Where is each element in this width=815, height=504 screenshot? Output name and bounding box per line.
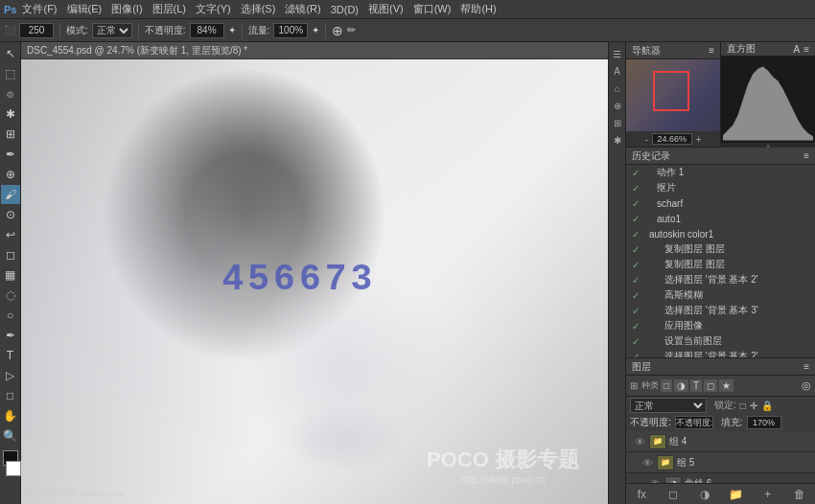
- nav-zoom-in[interactable]: +: [696, 134, 702, 145]
- marquee-tool[interactable]: ⬚: [1, 64, 20, 83]
- lock-all-icon[interactable]: 🔒: [761, 401, 773, 411]
- history-menu-icon[interactable]: ≡: [803, 150, 809, 161]
- navigator-menu-icon[interactable]: ≡: [709, 45, 714, 56]
- crop-tool[interactable]: ⊞: [1, 125, 20, 144]
- nav-zoom-out[interactable]: -: [644, 134, 647, 145]
- add-adjustment-btn[interactable]: ◑: [696, 487, 713, 502]
- menu-3d[interactable]: 3D(D): [331, 4, 359, 15]
- quick-select-tool[interactable]: ✱: [1, 104, 20, 124]
- history-item[interactable]: ✓auto1: [626, 211, 815, 226]
- lasso-tool[interactable]: ⌾: [1, 84, 20, 103]
- history-item-label: 高斯模糊: [664, 288, 703, 302]
- gradient-tool[interactable]: ▦: [1, 265, 20, 285]
- delete-layer-btn[interactable]: 🗑: [791, 487, 808, 502]
- history-item[interactable]: ✓抠片: [626, 180, 815, 195]
- heal-tool[interactable]: ⊕: [1, 165, 20, 184]
- history-item[interactable]: ✓autoskin color1: [626, 226, 815, 241]
- history-item[interactable]: ✓选择图层 '背景 基本 2': [626, 272, 815, 287]
- fill-value[interactable]: 170%: [747, 416, 781, 429]
- mini-btn-6[interactable]: ✱: [610, 132, 625, 148]
- text-tool[interactable]: T: [1, 346, 20, 365]
- history-check-icon: ✓: [632, 336, 641, 347]
- layer-filter-text[interactable]: T: [690, 379, 702, 392]
- history-panel: 历史记录 ≡ ✓动作 1✓抠片✓scharf✓auto1✓autoskin co…: [626, 148, 815, 358]
- add-group-btn[interactable]: 📁: [728, 487, 745, 502]
- eyedropper-tool[interactable]: ✒: [1, 145, 20, 164]
- layers-menu-icon[interactable]: ≡: [803, 361, 809, 372]
- hand-tool[interactable]: ✋: [1, 406, 20, 425]
- mini-btn-3[interactable]: ⌂: [610, 80, 625, 96]
- layer-filter-smart[interactable]: ★: [719, 379, 734, 392]
- menu-text[interactable]: 文字(Y): [196, 2, 231, 16]
- bottom-watermark: 实用摄影技巧 FsBus.CoM: [25, 488, 125, 500]
- layer-visibility-icon[interactable]: 👁: [640, 456, 654, 470]
- history-item[interactable]: ✓选择图层 '背景 基本 2': [626, 349, 815, 357]
- history-item[interactable]: ✓动作 1: [626, 165, 815, 180]
- mode-select[interactable]: 正常: [92, 23, 132, 38]
- blur-tool[interactable]: ◌: [1, 286, 20, 305]
- menu-help[interactable]: 帮助(H): [460, 2, 496, 16]
- menu-edit[interactable]: 编辑(E): [67, 2, 103, 16]
- history-item[interactable]: ✓应用图像: [626, 318, 815, 333]
- menu-view[interactable]: 视图(V): [368, 2, 404, 16]
- mini-btn-1[interactable]: ☰: [610, 46, 625, 61]
- layer-thumbnail: 📁: [649, 434, 666, 449]
- layer-thumbnail: ◑: [664, 476, 682, 484]
- history-item[interactable]: ✓复制图层 图层: [626, 241, 815, 257]
- opacity-input[interactable]: 84%: [190, 23, 224, 38]
- menu-file[interactable]: 文件(F): [22, 2, 57, 16]
- brush-tool[interactable]: 🖌: [1, 185, 20, 204]
- menu-image[interactable]: 图像(I): [111, 2, 142, 16]
- navigator-title: 导航器: [632, 44, 661, 57]
- blend-mode-select[interactable]: 正常: [630, 398, 707, 413]
- pen-tool[interactable]: ✒: [1, 326, 20, 345]
- brush-size-input[interactable]: 250: [19, 23, 54, 38]
- mini-btn-2[interactable]: A: [610, 63, 625, 79]
- flow-input[interactable]: 100%: [273, 23, 308, 38]
- mini-btn-5[interactable]: ⊞: [610, 115, 625, 130]
- histogram-menu-icon[interactable]: ≡: [803, 44, 809, 55]
- opacity-value[interactable]: [675, 416, 713, 429]
- move-tool[interactable]: ↖: [1, 44, 20, 63]
- layer-item[interactable]: 👁 📁 组 5: [626, 452, 815, 473]
- add-style-btn[interactable]: fx: [633, 487, 650, 502]
- layer-filter-shape[interactable]: ◻: [704, 379, 717, 392]
- lock-pixel-icon[interactable]: □: [740, 401, 746, 411]
- dodge-tool[interactable]: ○: [1, 306, 20, 325]
- history-item[interactable]: ✓scharf: [626, 195, 815, 211]
- nav-zoom-input[interactable]: [652, 133, 692, 145]
- clone-tool[interactable]: ⊙: [1, 205, 20, 224]
- shape-tool[interactable]: □: [1, 386, 20, 405]
- layer-filter-icon[interactable]: ⊞: [630, 380, 638, 391]
- nav-viewport-box[interactable]: [653, 71, 689, 111]
- airbrush-icon[interactable]: ⊕: [332, 23, 343, 38]
- layer-filter-pixel[interactable]: □: [661, 379, 672, 392]
- opacity-row: 不透明度: 填充: 170%: [626, 414, 815, 431]
- lock-move-icon[interactable]: ✛: [750, 401, 757, 411]
- menu-filter[interactable]: 滤镜(R): [285, 2, 320, 16]
- layer-visibility-icon[interactable]: 👁: [633, 435, 646, 448]
- layer-item[interactable]: 👁 ◑ 曲线 6: [626, 473, 815, 483]
- canvas-content[interactable]: 456673 POCO 摄影专题 http://photo.poco.cn 实用…: [21, 59, 608, 504]
- menu-select[interactable]: 选择(S): [241, 2, 276, 16]
- layer-item[interactable]: 👁 📁 组 4: [626, 431, 815, 452]
- mini-btn-4[interactable]: ⊕: [610, 98, 625, 113]
- history-item[interactable]: ✓高斯模糊: [626, 287, 815, 303]
- main-layout: ↖ ⬚ ⌾ ✱ ⊞ ✒ ⊕ 🖌 ⊙ ↩ ◻ ▦ ◌ ○ ✒ T ▷ □ ✋ 🔍 …: [0, 42, 815, 504]
- history-brush-tool[interactable]: ↩: [1, 225, 20, 244]
- path-select-tool[interactable]: ▷: [1, 366, 20, 385]
- layer-filter-adjust[interactable]: ◑: [674, 379, 688, 392]
- histogram-panel: 直方图 A ≡: [721, 42, 815, 147]
- add-mask-btn[interactable]: ◻: [664, 487, 682, 502]
- eraser-tool[interactable]: ◻: [1, 245, 20, 264]
- menu-window[interactable]: 窗口(W): [413, 2, 452, 16]
- zoom-tool[interactable]: 🔍: [1, 426, 20, 446]
- history-item[interactable]: ✓设置当前图层: [626, 333, 815, 349]
- background-color[interactable]: [6, 461, 21, 476]
- photo-background: 456673 POCO 摄影专题 http://photo.poco.cn 实用…: [21, 59, 608, 504]
- history-item[interactable]: ✓选择图层 '背景 基本 3': [626, 303, 815, 318]
- history-item[interactable]: ✓复制图层 图层: [626, 257, 815, 272]
- add-layer-btn[interactable]: +: [759, 487, 777, 502]
- layer-filter-toggle[interactable]: ◎: [802, 379, 811, 392]
- menu-layer[interactable]: 图层(L): [152, 2, 186, 16]
